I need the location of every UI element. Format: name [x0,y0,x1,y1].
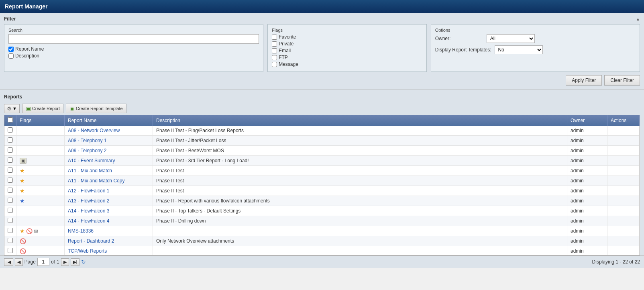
report-name-cell[interactable]: A08 - Network Overview [65,126,153,136]
report-name-link[interactable]: A08 - Network Overview [68,128,120,133]
report-name-checkbox-row: Report Name [8,46,259,52]
private-checkbox[interactable] [272,41,277,47]
row-checkbox[interactable] [8,198,13,203]
settings-dropdown-icon: ▼ [12,106,17,111]
report-name-link[interactable]: A10 - Event Summary [68,158,115,163]
report-name-link[interactable]: A14 - FlowFalcon 3 [68,208,109,214]
table-row: A08 - Telephony 1Phase II Test - Jitter/… [4,136,640,146]
row-checkbox[interactable] [8,147,13,153]
row-checkbox[interactable] [8,188,13,193]
message-checkbox-row: Message [272,61,422,67]
ftp-checkbox[interactable] [272,55,277,60]
row-checkbox[interactable] [8,208,13,213]
report-name-link[interactable]: Report - Dashboard 2 [68,238,114,244]
report-name-link[interactable]: A14 - FlowFalcon 4 [68,218,109,224]
row-checkbox[interactable] [8,218,13,223]
create-report-icon: ▣ [26,105,31,112]
table-row: ★A13 - FlowFalcon 2Phase II - Report wit… [4,196,640,206]
description-checkbox[interactable] [8,53,14,59]
owner-cell: admin [567,236,607,246]
flags-cell [16,126,65,136]
email-checkbox[interactable] [272,48,277,53]
reports-table: Flags Report Name Description Owner Acti… [4,115,640,255]
favorite-checkbox[interactable] [272,35,277,40]
description-cell: Phase II Test - Jitter/Packet Loss [153,136,567,146]
report-name-cell[interactable]: A11 - Mix and Match [65,166,153,176]
description-cell: Phase II - Top Talkers - Default Setting… [153,206,567,216]
report-name-cell[interactable]: A14 - FlowFalcon 4 [65,216,153,226]
clear-filter-button[interactable]: Clear Filter [604,75,640,86]
private-label: Private [279,41,293,47]
next-page-button[interactable]: ▶ [61,258,69,266]
report-name-link[interactable]: A08 - Telephony 1 [68,138,107,143]
report-name-link[interactable]: A12 - FlowFalcon 1 [68,188,109,194]
report-name-cell[interactable]: A12 - FlowFalcon 1 [65,186,153,196]
badge-icon: ▣ [20,158,26,164]
refresh-icon[interactable]: ↻ [81,259,86,265]
filter-buttons: Apply Filter Clear Filter [4,75,640,86]
owner-cell: admin [567,196,607,206]
table-row: ▣A10 - Event SummaryPhase II Test - 3rd … [4,156,640,166]
report-name-link[interactable]: A13 - FlowFalcon 2 [68,198,109,204]
table-row: ★A11 - Mix and Match CopyPhase II Testad… [4,176,640,186]
report-name-link[interactable]: A11 - Mix and Match Copy [68,178,124,184]
report-name-cell[interactable]: A10 - Event Summary [65,156,153,166]
actions-cell [607,126,640,136]
report-name-cell[interactable]: A08 - Telephony 1 [65,136,153,146]
col-owner: Owner [567,115,607,126]
row-checkbox[interactable] [8,248,13,253]
row-checkbox[interactable] [8,157,13,163]
table-header-row: Flags Report Name Description Owner Acti… [4,115,640,126]
display-templates-select[interactable]: No Yes [495,45,543,54]
report-name-cell[interactable]: A14 - FlowFalcon 3 [65,206,153,216]
filter-row: Search Report Name Description Flags Fav… [4,24,640,72]
report-name-link[interactable]: A11 - Mix and Match [68,168,112,174]
star-blue-icon: ★ [20,198,25,204]
row-checkbox[interactable] [8,137,13,143]
last-page-button[interactable]: ▶| [71,258,80,266]
prev-page-button[interactable]: ◀ [15,258,23,266]
row-checkbox[interactable] [8,238,13,243]
row-checkbox[interactable] [8,178,13,183]
first-page-button[interactable]: |◀ [4,258,13,266]
actions-cell [607,196,640,206]
email-icon: ✉ [34,228,38,234]
row-checkbox[interactable] [8,127,13,133]
report-name-cell[interactable]: NMS-18336 [65,226,153,236]
owner-row: Owner: All [435,34,636,43]
select-all-checkbox[interactable] [8,117,13,123]
report-name-cell[interactable]: A09 - Telephony 2 [65,146,153,156]
create-template-icon: ▣ [69,105,75,112]
actions-cell [607,226,640,236]
create-report-template-button[interactable]: ▣ Create Report Template [66,104,126,113]
owner-cell: admin [567,186,607,196]
owner-label: Owner: [435,36,483,41]
apply-filter-button[interactable]: Apply Filter [566,75,602,86]
private-checkbox-row: Private [272,41,422,47]
owner-cell: admin [567,216,607,226]
description-cell [153,246,567,256]
col-actions: Actions [607,115,640,126]
report-name-cell[interactable]: A11 - Mix and Match Copy [65,176,153,186]
create-report-button[interactable]: ▣ Create Report [22,104,63,113]
report-name-cell[interactable]: A13 - FlowFalcon 2 [65,196,153,206]
page-input[interactable] [37,258,49,266]
create-report-label: Create Report [32,106,60,111]
message-checkbox[interactable] [272,62,277,67]
report-name-cell[interactable]: Report - Dashboard 2 [65,236,153,246]
options-group: Options Owner: All Display Report Templa… [431,24,640,72]
report-name-cell[interactable]: TCP/Web Reports [65,246,153,256]
owner-select[interactable]: All [487,34,535,43]
description-cell: Phase II - Report with various flowfalco… [153,196,567,206]
row-checkbox[interactable] [8,228,13,233]
report-name-checkbox[interactable] [8,47,14,52]
report-name-link[interactable]: TCP/Web Reports [68,248,107,254]
collapse-icon[interactable]: ▲ [636,17,640,21]
report-name-link[interactable]: NMS-18336 [68,228,94,234]
description-cell: Phase II Test [153,166,567,176]
report-name-link[interactable]: A09 - Telephony 2 [68,148,107,153]
flags-cell [16,136,65,146]
settings-button[interactable]: ⚙ ▼ [4,104,20,113]
search-input[interactable] [8,34,259,44]
row-checkbox[interactable] [8,167,13,173]
